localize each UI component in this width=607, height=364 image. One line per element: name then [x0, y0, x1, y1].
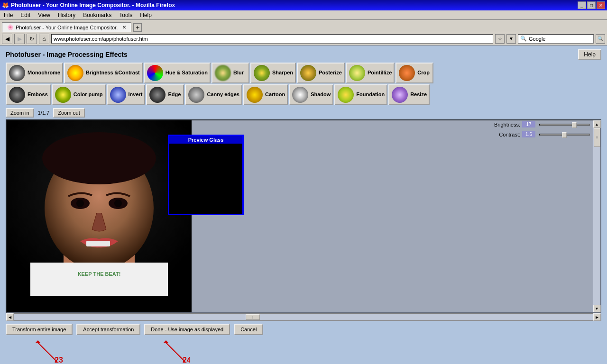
- star-button[interactable]: ☆: [495, 34, 505, 44]
- shadow-button[interactable]: Shadow: [289, 84, 333, 105]
- zoom-out-button[interactable]: Zoom out: [53, 108, 84, 118]
- scroll-right-button[interactable]: ▶: [593, 313, 601, 321]
- scroll-thumb[interactable]: ≡: [594, 128, 600, 147]
- restore-button[interactable]: □: [587, 1, 596, 9]
- canny-label: Canny edges: [207, 91, 239, 98]
- brightness-value: 17: [522, 121, 535, 127]
- hscroll-thumb[interactable]: ⋮: [246, 314, 260, 320]
- pointillize-label: Pointillize: [368, 70, 392, 76]
- emboss-icon: [9, 86, 26, 103]
- brightness-slider[interactable]: [539, 124, 590, 126]
- pointillize-icon: [349, 64, 366, 82]
- edge-button[interactable]: Edge: [146, 84, 184, 105]
- menu-view[interactable]: View: [34, 11, 54, 19]
- hue-label: Hue & Saturation: [166, 70, 208, 76]
- app-title: Photofuser - Image Processing Effects: [6, 51, 128, 58]
- sliders-panel: Brightness: 17 Contrast: 1.6: [487, 119, 592, 143]
- foundation-label: Foundation: [356, 91, 385, 98]
- zoom-level: 1/1.7: [36, 110, 51, 116]
- foundation-button[interactable]: Foundation: [334, 84, 387, 105]
- preview-glass[interactable]: Preview Glass: [168, 135, 244, 215]
- cartoon-icon: [246, 86, 263, 103]
- invert-button[interactable]: Invert: [107, 84, 146, 105]
- back-button[interactable]: ◀: [2, 34, 12, 44]
- new-tab-button[interactable]: +: [133, 23, 142, 32]
- toolbar-row-1: Monochrome Brightness &Contrast Hue & Sa…: [6, 63, 601, 83]
- url-bar[interactable]: www.photofuser.com/app/photofuser.htm: [51, 34, 493, 44]
- search-bar[interactable]: 🔍 Google: [518, 34, 594, 44]
- scroll-up-button[interactable]: ▲: [593, 120, 601, 128]
- main-content: Photofuser - Image Processing Effects He…: [0, 46, 607, 364]
- cancel-button[interactable]: Cancel: [234, 324, 263, 335]
- svg-text:KEEP THE BEAT!: KEEP THE BEAT!: [78, 271, 121, 277]
- minimize-button[interactable]: _: [578, 1, 586, 9]
- svg-rect-9: [30, 263, 168, 296]
- menu-history[interactable]: History: [54, 11, 79, 19]
- canvas[interactable]: KEEP THE BEAT! Preview Glass: [7, 120, 593, 312]
- brightness-label: Brightness &Contrast: [86, 70, 140, 76]
- hscroll-track[interactable]: ⋮: [14, 314, 593, 320]
- sharpen-button[interactable]: Sharpen: [250, 63, 296, 83]
- blur-button[interactable]: Blur: [212, 63, 249, 83]
- posterize-button[interactable]: Posterize: [297, 63, 345, 83]
- titlebar-controls[interactable]: _ □ ✕: [578, 1, 605, 9]
- contrast-thumb[interactable]: [562, 132, 567, 138]
- vertical-scrollbar[interactable]: ▲ ≡ ▼: [593, 120, 600, 312]
- canny-icon: [188, 86, 205, 103]
- monochrome-button[interactable]: Monochrome: [6, 63, 63, 83]
- contrast-row: Contrast: 1.6: [489, 131, 590, 137]
- canvas-region: KEEP THE BEAT! Preview Glass ▲ ≡ ▼: [6, 119, 601, 313]
- search-text: Google: [529, 36, 545, 42]
- pointillize-button[interactable]: Pointillize: [346, 63, 395, 83]
- help-button[interactable]: Help: [578, 49, 601, 60]
- contrast-slider[interactable]: [539, 134, 590, 136]
- menu-edit[interactable]: Edit: [17, 11, 34, 19]
- home-button[interactable]: ⌂: [39, 34, 49, 44]
- annotations: 23 24: [0, 338, 607, 364]
- scroll-track[interactable]: ≡: [593, 128, 600, 305]
- foundation-icon: [337, 86, 354, 103]
- cartoon-button[interactable]: Cartoon: [243, 84, 288, 105]
- active-tab[interactable]: 🌸 Photofuser - Your Online Image Composi…: [2, 22, 131, 32]
- photo-area: KEEP THE BEAT!: [7, 120, 192, 312]
- crop-label: Crop: [417, 70, 430, 76]
- zoom-in-button[interactable]: Zoom in: [6, 108, 34, 118]
- tab-close-icon[interactable]: ✕: [122, 25, 126, 30]
- resize-button[interactable]: Resize: [388, 84, 430, 105]
- addressbar: ◀ ▶ ↻ ⌂ www.photofuser.com/app/photofuse…: [0, 32, 607, 46]
- canny-button[interactable]: Canny edges: [185, 84, 242, 105]
- search-submit-button[interactable]: 🔍: [596, 34, 605, 44]
- resize-icon: [391, 86, 408, 103]
- menu-file[interactable]: File: [0, 11, 17, 19]
- done-button[interactable]: Done - Use image as displayed: [144, 324, 230, 335]
- photo-svg: KEEP THE BEAT!: [7, 120, 192, 296]
- shadow-icon: [292, 86, 309, 103]
- refresh-button[interactable]: ↻: [27, 34, 37, 44]
- sharpen-icon: [253, 64, 270, 82]
- hscroll-grip-icon: ⋮: [251, 315, 255, 319]
- resize-label: Resize: [410, 91, 427, 98]
- menu-tools[interactable]: Tools: [115, 11, 136, 19]
- crop-icon: [398, 64, 415, 82]
- hue-saturation-button[interactable]: Hue & Saturation: [144, 63, 211, 83]
- posterize-label: Posterize: [319, 70, 342, 76]
- close-button[interactable]: ✕: [597, 1, 605, 9]
- forward-button[interactable]: ▶: [14, 34, 25, 44]
- transform-button[interactable]: Transform entire image: [6, 324, 73, 335]
- color-pump-button[interactable]: Color pump: [52, 84, 106, 105]
- menu-bookmarks[interactable]: Bookmarks: [79, 11, 115, 19]
- crop-button[interactable]: Crop: [395, 63, 433, 83]
- accept-button[interactable]: Accept transformation: [76, 324, 140, 335]
- scroll-down-button[interactable]: ▼: [593, 305, 601, 312]
- titlebar-left: 🦊 Photofuser - Your Online Image Composi…: [2, 2, 175, 9]
- horizontal-scrollbar[interactable]: ◀ ⋮ ▶: [6, 313, 601, 321]
- edge-label: Edge: [168, 91, 181, 98]
- emboss-button[interactable]: Emboss: [6, 84, 51, 105]
- scroll-left-button[interactable]: ◀: [6, 313, 14, 321]
- bookmark-button[interactable]: ▼: [506, 34, 516, 44]
- brightness-button[interactable]: Brightness &Contrast: [64, 63, 143, 83]
- svg-text:23: 23: [55, 356, 63, 364]
- brightness-thumb[interactable]: [572, 122, 577, 128]
- posterize-icon: [300, 64, 317, 82]
- menu-help[interactable]: Help: [136, 11, 156, 19]
